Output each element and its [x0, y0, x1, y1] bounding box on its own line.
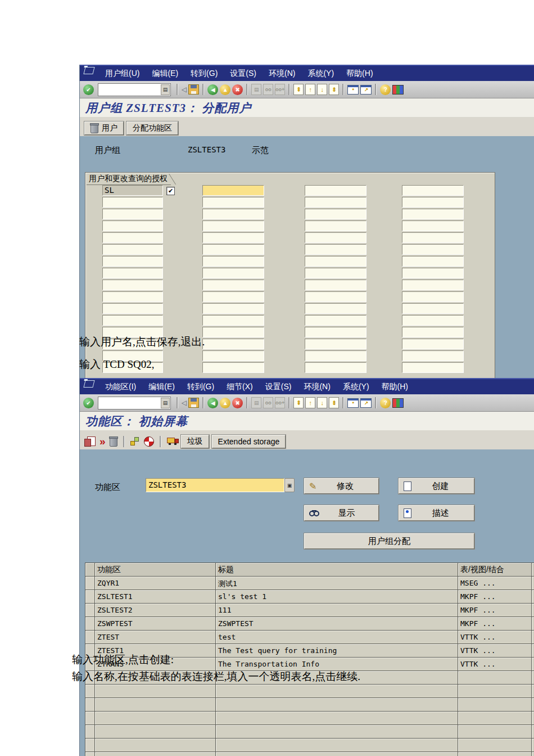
command-field[interactable]: ▤ [98, 83, 171, 96]
menu-item-settings[interactable]: 设置(S) [224, 69, 263, 79]
user-field[interactable] [402, 350, 464, 361]
row-selector[interactable] [85, 577, 95, 590]
user-field[interactable] [402, 339, 464, 349]
description-button[interactable]: 描述 [399, 505, 474, 521]
last-page-icon[interactable]: ⇟ [329, 397, 339, 408]
find-next-icon[interactable]: oo+ [275, 84, 285, 95]
user-field[interactable] [202, 209, 264, 219]
menu-item-help[interactable]: 帮助(H) [340, 69, 379, 79]
find-next-icon[interactable]: oo+ [275, 397, 285, 408]
user-field[interactable] [202, 291, 264, 302]
row-selector[interactable] [85, 631, 95, 644]
menu-item-help[interactable]: 帮助(H) [375, 382, 414, 392]
user-field[interactable] [102, 220, 163, 231]
back-icon[interactable]: ◀ [207, 398, 218, 408]
help-icon[interactable]: ? [380, 84, 391, 95]
user-field[interactable] [305, 315, 366, 326]
menu-item-environment[interactable]: 环境(N) [297, 382, 336, 392]
page-up-icon[interactable]: ↑ [305, 84, 315, 95]
delete-icon[interactable] [110, 438, 117, 447]
test-icon[interactable] [144, 436, 154, 447]
user-field[interactable] [305, 291, 366, 302]
user-field[interactable] [102, 291, 163, 302]
user-field[interactable] [202, 256, 264, 267]
user-field[interactable] [305, 362, 366, 373]
print-icon[interactable]: ▤ [251, 397, 261, 408]
user-field[interactable] [305, 303, 366, 314]
user-field[interactable] [305, 232, 366, 243]
user-field[interactable] [402, 362, 464, 373]
user-field[interactable] [305, 185, 366, 196]
menu-item-edit[interactable]: 编辑(E) [146, 69, 184, 79]
print-icon[interactable]: ▤ [251, 84, 261, 95]
page-down-icon[interactable]: ↓ [317, 397, 327, 408]
user-field[interactable] [102, 209, 163, 219]
menu-item-user-group[interactable]: 用户组(U) [99, 69, 146, 79]
user-field[interactable] [202, 327, 264, 338]
user-field[interactable] [305, 327, 366, 338]
extended-storage-button[interactable]: Extended storage [212, 435, 286, 448]
menu-item-goto[interactable]: 转到(G) [184, 69, 224, 79]
user-field[interactable] [102, 244, 163, 255]
user-field[interactable] [202, 268, 264, 278]
row-selector[interactable] [85, 712, 95, 725]
user-field[interactable] [402, 256, 464, 267]
command-dropdown-icon[interactable]: ▤ [161, 84, 170, 95]
user-field[interactable] [102, 303, 163, 314]
first-page-icon[interactable]: ⇞ [293, 84, 304, 95]
user-field[interactable] [402, 232, 464, 243]
copy-icon[interactable] [87, 436, 96, 446]
user-field[interactable] [402, 268, 464, 278]
menu-item-settings[interactable]: 设置(S) [259, 382, 298, 392]
assign-functional-area-button[interactable]: 分配功能区 [126, 122, 178, 135]
exit-icon[interactable]: ▲ [220, 398, 230, 408]
new-session-icon[interactable]: * [347, 398, 359, 408]
exit-icon[interactable]: ▲ [220, 84, 230, 95]
menu-item-environment[interactable]: 环境(N) [263, 69, 301, 79]
user-field[interactable] [202, 362, 264, 373]
command-field[interactable]: ▤ [98, 397, 171, 410]
user-field[interactable] [402, 291, 464, 302]
enter-icon[interactable]: ✔ [83, 398, 94, 408]
row-selector[interactable] [85, 604, 95, 617]
customize-icon[interactable] [392, 85, 404, 94]
back-icon[interactable]: ◀ [207, 84, 218, 95]
enter-icon[interactable]: ✔ [83, 84, 94, 95]
menu-item-detail[interactable]: 细节(X) [220, 382, 259, 392]
user-field[interactable] [305, 339, 366, 349]
user-field[interactable] [202, 303, 264, 314]
user-field[interactable] [305, 244, 366, 255]
find-icon[interactable]: oo [263, 84, 273, 95]
user-field[interactable] [402, 185, 464, 196]
delete-user-button[interactable]: 用户 [84, 122, 124, 135]
transport-icon[interactable] [167, 438, 178, 445]
user-field[interactable] [402, 244, 464, 255]
user-field[interactable] [305, 197, 366, 208]
shortcut-icon[interactable]: ↗ [360, 85, 372, 94]
user-field[interactable] [202, 232, 264, 243]
user-field-focused[interactable] [202, 185, 264, 196]
user-field[interactable] [402, 197, 464, 208]
command-dropdown-icon[interactable]: ▤ [161, 398, 170, 408]
user-field[interactable] [402, 303, 464, 314]
row-selector[interactable] [85, 698, 95, 712]
row-selector[interactable] [85, 739, 95, 752]
where-used-icon[interactable] [130, 437, 140, 446]
user-field[interactable] [402, 315, 464, 326]
user-field[interactable] [102, 197, 163, 208]
save-icon[interactable] [188, 398, 199, 408]
page-down-icon[interactable]: ↓ [317, 84, 327, 95]
find-icon[interactable]: oo [263, 397, 273, 408]
user-field[interactable] [202, 339, 264, 349]
user-field[interactable] [202, 197, 264, 208]
user-field[interactable] [102, 256, 163, 267]
save-icon[interactable] [188, 84, 199, 94]
user-group-assignment-button[interactable]: 用户组分配 [304, 533, 474, 549]
value-help-button[interactable]: ▣ [284, 478, 295, 492]
row-selector[interactable] [85, 617, 95, 631]
user-field-sl[interactable]: SL [102, 185, 163, 196]
display-button[interactable]: 显示 [304, 505, 379, 521]
user-field[interactable] [402, 280, 464, 290]
user-field[interactable] [202, 280, 264, 290]
menu-item-edit[interactable]: 编辑(E) [142, 382, 181, 392]
